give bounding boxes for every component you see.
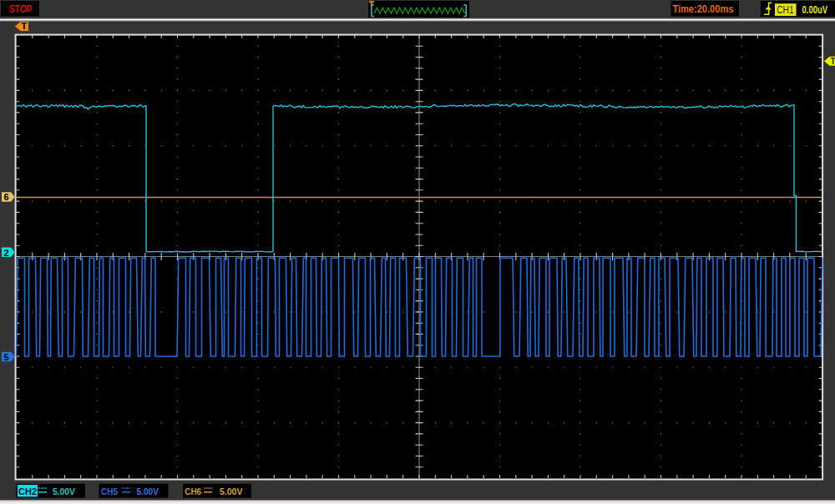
svg-text:2: 2 <box>4 248 9 258</box>
svg-text:STOP: STOP <box>9 3 33 15</box>
svg-text:T: T <box>830 56 835 66</box>
svg-text:5.00V: 5.00V <box>220 486 243 496</box>
svg-text:0.00uV: 0.00uV <box>802 4 828 16</box>
svg-text:5: 5 <box>4 352 9 362</box>
svg-text:T: T <box>21 21 27 31</box>
svg-text:5.00V: 5.00V <box>137 486 159 496</box>
svg-text:CH2: CH2 <box>18 486 37 496</box>
svg-text:6: 6 <box>4 192 9 202</box>
svg-text:CH1: CH1 <box>777 3 793 16</box>
svg-text:CH6: CH6 <box>185 486 201 496</box>
svg-text:5.00V: 5.00V <box>53 486 75 496</box>
svg-text:Time:20.00ms: Time:20.00ms <box>672 3 733 15</box>
svg-text:CH5: CH5 <box>101 486 119 496</box>
